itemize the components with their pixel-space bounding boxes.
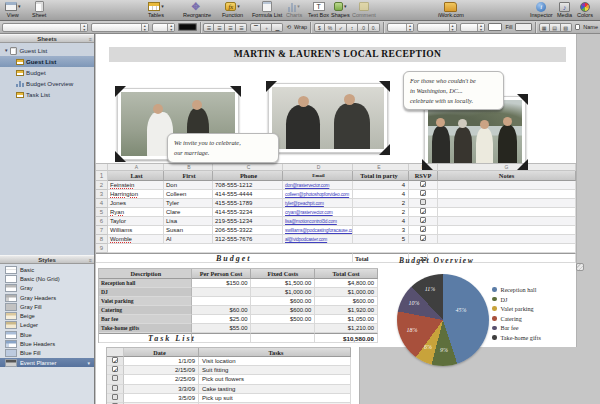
wrap-label[interactable]: Wrap: [294, 24, 307, 30]
task-checkbox[interactable]: [112, 394, 118, 400]
tables-button[interactable]: ▾ Tables: [148, 1, 164, 18]
decimal-add-button[interactable]: .0: [358, 23, 369, 32]
email-link[interactable]: lisa@motioncontrol3d.com: [283, 217, 353, 226]
stepper-format-button[interactable]: ↕: [347, 23, 358, 32]
sidebar-item-budget[interactable]: Budget: [0, 67, 94, 78]
typeface-select[interactable]: [91, 23, 149, 32]
function-button[interactable]: fx▾ Function: [222, 1, 243, 18]
sheet-button[interactable]: Sheet: [32, 1, 46, 18]
text-color-well[interactable]: [178, 23, 196, 31]
styles-panel-header[interactable]: Styles ≡: [0, 255, 94, 264]
stroke-width-field[interactable]: 1 pt: [460, 23, 485, 32]
stroke-color-well[interactable]: [488, 23, 503, 31]
valign-top-button[interactable]: ▔: [250, 23, 261, 32]
dc-note[interactable]: For those who couldn't be in Washington,…: [403, 71, 504, 110]
border-style-button[interactable]: ▤: [550, 23, 561, 32]
style-item-beige[interactable]: Beige: [0, 311, 94, 320]
sidebar-item-budget-overview[interactable]: Budget Overview: [0, 78, 94, 89]
wedding-photo-2[interactable]: [268, 83, 388, 153]
invite-note[interactable]: We invite you to celebrate, our marriage…: [167, 133, 279, 163]
formula-list-button[interactable]: Formula List: [252, 1, 282, 18]
rsvp-checkbox[interactable]: ✓: [420, 181, 426, 187]
charts-button[interactable]: ▾ Charts: [286, 1, 302, 18]
row-number[interactable]: 6: [96, 217, 108, 226]
fill-color-well[interactable]: [515, 23, 531, 31]
table-resize-handle[interactable]: [576, 263, 584, 271]
rsvp-checkbox[interactable]: ✓: [420, 208, 426, 214]
rsvp-checkbox[interactable]: ✓: [420, 190, 426, 196]
task-checkbox[interactable]: [112, 385, 118, 391]
iwork-button[interactable]: iWork.com: [438, 1, 464, 18]
style-item-event-planner[interactable]: Event Planner▾: [0, 358, 94, 367]
email-link[interactable]: don@rastervector.com: [283, 181, 353, 190]
email-link[interactable]: cryan@rastervector.com: [283, 208, 353, 217]
style-item-blue[interactable]: Blue: [0, 330, 94, 339]
align-left-button[interactable]: ☰: [203, 23, 214, 32]
media-button[interactable]: ♪ Media: [557, 1, 572, 18]
sheets-panel-header[interactable]: Sheets ≡: [0, 34, 94, 43]
row-number[interactable]: 8: [96, 235, 108, 244]
column-letter[interactable]: A: [108, 164, 164, 171]
column-letter[interactable]: C: [213, 164, 283, 171]
style-item-basic[interactable]: Basic: [0, 265, 94, 274]
style-item-gray[interactable]: Gray: [0, 284, 94, 293]
comment-button[interactable]: Comment: [352, 1, 376, 18]
sidebar-item-guest-list[interactable]: Guest List: [0, 56, 94, 67]
budget-grand-total[interactable]: $10,580.00: [315, 333, 378, 343]
row-number[interactable]: 9: [96, 244, 108, 253]
task-list-title[interactable]: Task List: [148, 334, 196, 343]
row-number[interactable]: 5: [96, 208, 108, 217]
email-link[interactable]: tyler@peachpit.com: [283, 199, 353, 208]
column-letter[interactable]: E: [353, 164, 409, 171]
decimal-remove-button[interactable]: 0.: [369, 23, 380, 32]
row-number[interactable]: 2: [96, 181, 108, 190]
rsvp-checkbox[interactable]: ✓: [420, 226, 426, 232]
rsvp-checkbox[interactable]: ✓: [420, 217, 426, 223]
style-item-ledger[interactable]: Ledger: [0, 321, 94, 330]
inspector-button[interactable]: i Inspector: [530, 1, 553, 18]
view-button[interactable]: ▾ View: [5, 1, 21, 18]
align-center-button[interactable]: ☰: [214, 23, 225, 32]
sheet-root-guest-list[interactable]: ▼ Guest List: [0, 45, 94, 56]
column-letter[interactable]: D: [283, 164, 353, 171]
budget-title[interactable]: Budget: [216, 254, 252, 263]
align-justify-button[interactable]: ☰: [236, 23, 247, 32]
border-edges-button[interactable]: ▦: [539, 23, 550, 32]
border-color-button[interactable]: ▧: [561, 23, 572, 32]
name-checkbox[interactable]: [575, 24, 581, 30]
chart-title[interactable]: Budget Overview: [399, 256, 474, 265]
rsvp-checkbox[interactable]: ✓: [420, 235, 426, 241]
style-item-gray-headers[interactable]: Gray Headers: [0, 293, 94, 302]
row-number[interactable]: 4: [96, 199, 108, 208]
email-link[interactable]: colleen@photoshopforvideo.com: [283, 190, 353, 199]
column-letter[interactable]: B: [164, 164, 213, 171]
line-style-select[interactable]: [417, 23, 457, 32]
stroke-style-select[interactable]: [387, 23, 414, 32]
currency-format-button[interactable]: $: [314, 23, 325, 32]
sidebar-item-task-list[interactable]: Task List: [0, 89, 94, 100]
email-link[interactable]: swilliams@podcastingforacause.com: [283, 226, 353, 235]
font-size-field[interactable]: 11: [152, 23, 176, 32]
checkbox-format-button[interactable]: ✓: [336, 23, 347, 32]
font-family-select[interactable]: [2, 23, 88, 32]
style-item-gray-fill[interactable]: Gray Fill: [0, 302, 94, 311]
row-number[interactable]: 1: [96, 171, 108, 181]
colors-button[interactable]: Colors: [577, 1, 593, 18]
page-title[interactable]: MARTIN & LAUREN'S LOCAL RECEPTION: [109, 47, 566, 62]
rsvp-checkbox[interactable]: [420, 199, 426, 205]
column-letter[interactable]: G: [438, 164, 576, 171]
task-checkbox[interactable]: ✓: [112, 366, 118, 372]
percent-format-button[interactable]: %: [325, 23, 336, 32]
align-right-button[interactable]: ☰: [225, 23, 236, 32]
row-number[interactable]: 7: [96, 226, 108, 235]
valign-middle-button[interactable]: ＋: [261, 23, 272, 32]
email-link[interactable]: al@vidpodcaster.com: [283, 235, 353, 244]
style-item-blue-fill[interactable]: Blue Fill: [0, 349, 94, 358]
row-number[interactable]: 3: [96, 190, 108, 199]
shapes-button[interactable]: ▾ Shapes: [331, 1, 350, 18]
style-item-basic-no-grid[interactable]: Basic (No Grid): [0, 274, 94, 283]
reorganize-button[interactable]: ✥ Reorganize: [183, 1, 211, 18]
task-checkbox[interactable]: [112, 375, 118, 381]
text-box-button[interactable]: T Text Box: [308, 1, 329, 18]
style-item-blue-headers[interactable]: Blue Headers: [0, 339, 94, 348]
